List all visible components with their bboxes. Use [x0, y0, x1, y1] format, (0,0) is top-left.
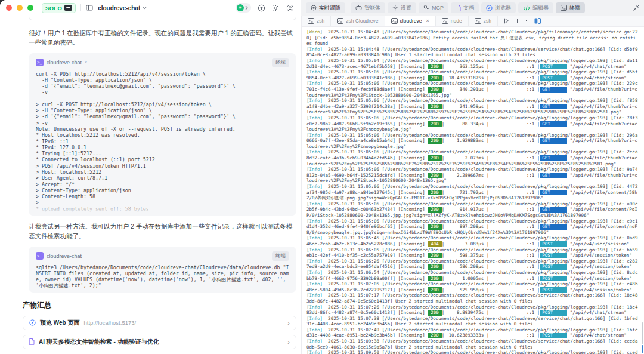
tab-label: 设置: [401, 4, 411, 12]
scrollbar-bottom-indicator[interactable]: [642, 345, 643, 353]
project-selector[interactable]: cloudreve-chat: [98, 5, 147, 11]
record-icon: [311, 5, 317, 11]
log-line: [Info] 2025-10-31 15:06:26 [/Users/byted…: [306, 258, 638, 270]
log-line: [Info] 2025-10-31 15:07:49 [/Users/byted…: [306, 327, 638, 338]
log-line: [Info] 2025-10-31 15:05:06 [/Users/byted…: [306, 115, 638, 133]
terminal-code-card[interactable]: >_ cloudreve-chat 终端 sqlite3 /Users/byte…: [29, 247, 296, 293]
log-line: [Info] 2025-10-31 15:05:06 [/Users/byted…: [306, 98, 638, 115]
split-panes-icon[interactable]: [534, 18, 541, 24]
traffic-light-close-icon[interactable]: [6, 5, 12, 11]
terminal-icon: [337, 18, 343, 24]
terminal-icon: >_: [36, 59, 44, 66]
log-line: [Info] 2025-10-31 15:05:06 [/Users/byted…: [306, 133, 638, 150]
panel-tab-3[interactable]: 设置: [388, 2, 416, 13]
chevron-down-icon[interactable]: ˅: [85, 60, 87, 64]
log-line: [Info] 2025-10-31 15:09:38 [/Users/byted…: [306, 338, 638, 350]
tab-label: MCP: [432, 5, 444, 11]
collapse-icon[interactable]: [633, 5, 639, 11]
log-line: [Info] 2025-10-31 15:06:05 [/Users/byted…: [306, 247, 638, 258]
panel-tab-7[interactable]: 编辑器: [518, 2, 553, 13]
compass-icon: [486, 5, 493, 11]
log-line: [Info] 2025-10-31 15:05:06 [/Users/byted…: [306, 69, 638, 81]
terminal-tab-label: zsh: [484, 18, 491, 24]
account-pill[interactable]: ✳: [236, 3, 251, 13]
solo-label: SOLO: [45, 5, 62, 11]
solo-badge[interactable]: SOLO: [42, 3, 76, 13]
traffic-light-minimize-icon[interactable]: [17, 5, 23, 11]
log-stream: [Warn] 2025-10-31 15:04:48 [/Users/byted…: [306, 29, 638, 354]
layout-panel-icon[interactable]: [86, 4, 93, 11]
share-up-icon[interactable]: [258, 4, 265, 12]
terminal-tab-2[interactable]: zsh Cloudreve: [331, 16, 385, 26]
chat-panel: 很好！用户 1 在数据库中有正确的文件记录。现在的问题是我需要用户 1 的正确密…: [0, 16, 301, 354]
terminal-icon: [308, 18, 314, 24]
close-icon[interactable]: ×: [426, 18, 429, 24]
log-line: [Warn] 2025-10-31 15:04:48 [/Users/byted…: [306, 29, 638, 47]
artifacts-heading: 产物汇总: [23, 300, 296, 310]
log-line: [Info] 2025-10-31 15:05:06 [/Users/byted…: [306, 184, 638, 201]
new-terminal-icon[interactable]: [515, 19, 520, 24]
doc-icon: [456, 5, 461, 11]
code-card-header: >_ cloudreve-chat ˅ 终端: [36, 58, 289, 67]
terminal-tab-4[interactable]: node: [436, 16, 469, 26]
app-window: SOLO cloudreve-chat ✳: [0, 0, 644, 354]
artifact-list: 预览 Web 页面http://localhost:5173/›AI 聊天多模态…: [23, 316, 296, 349]
topbar-actions: ✳: [236, 3, 301, 13]
terminal-tab-label: node: [451, 18, 462, 24]
terminal-tab-5[interactable]: zsh: [469, 16, 498, 26]
terminal-code-card[interactable]: >_ cloudreve-chat ˅ 终端 curl -X POST http…: [29, 53, 296, 216]
panel-tab-2[interactable]: 智能体: [351, 2, 385, 13]
artifact-title: AI 聊天多模态文件智能检索 - 功能验证与优化: [39, 338, 159, 346]
log-line: [Info] 2025-10-31 15:04:48 [/Users/byted…: [306, 47, 638, 58]
chevron-down-icon[interactable]: [525, 20, 529, 22]
log-line: [Info] 2025-10-31 15:06:54 [/Users/byted…: [306, 270, 638, 281]
terminal-tab-label: cloudreve: [400, 18, 422, 24]
command-output: > curl -X POST http://localhost:5212/api…: [36, 101, 289, 212]
panel-tab-4[interactable]: MCP: [419, 2, 448, 13]
panel-tab-6[interactable]: 浏览器: [481, 2, 516, 13]
log-line: [Info] 2025-10-31 15:05:06 [/Users/byted…: [306, 167, 638, 184]
project-name: cloudreve-chat: [98, 5, 140, 11]
artifact-row-2[interactable]: AI 聊天多模态文件智能检索 - 功能验证与优化›: [23, 335, 296, 349]
key-icon: [423, 5, 429, 11]
artifact-row-1[interactable]: 预览 Web 页面http://localhost:5173/›: [23, 316, 296, 330]
play-icon[interactable]: [504, 18, 509, 24]
user-circle-icon[interactable]: [286, 4, 294, 12]
terminal-icon: [391, 18, 398, 24]
terminal-output[interactable]: [Warn] 2025-10-31 15:04:48 [/Users/byted…: [302, 27, 644, 354]
log-line: [Info] 2025-10-31 15:05:04 [/Users/byted…: [306, 58, 638, 69]
tab-label: 文档: [463, 4, 474, 12]
artifact-title: 预览 Web 页面: [40, 319, 79, 327]
terminal-tab-1[interactable]: zsh: [302, 16, 331, 26]
terminal-tab-3[interactable]: cloudreve×: [385, 16, 436, 26]
gear-icon[interactable]: [272, 4, 280, 12]
traffic-light-zoom-icon[interactable]: [27, 5, 33, 11]
panel-tab-bar: 实时跟随智能体设置MCP文档浏览器编辑器终端: [301, 0, 644, 16]
terminal-tab-label: zsh: [317, 18, 324, 24]
terminal-chip: 终端: [272, 251, 289, 261]
tab-label: 终端: [569, 4, 580, 12]
log-line: [Info] 2025-10-31 15:05:06 [/Users/byted…: [306, 81, 638, 98]
topbar: SOLO cloudreve-chat ✳: [0, 0, 644, 16]
compass-icon: [29, 319, 36, 326]
terminal-chip: 终端: [272, 58, 289, 67]
chevron-right-icon: ›: [287, 319, 290, 327]
chevron-right-icon: [245, 5, 248, 10]
terminal-icon: >_: [36, 252, 44, 260]
chevron-down-icon: [143, 7, 147, 10]
log-line: [Info] 2025-10-31 15:05:06 [/Users/byted…: [306, 201, 638, 218]
code-card-title: cloudreve-chat: [47, 60, 82, 66]
divider: [348, 4, 348, 11]
command-text: sqlite3 /Users/bytedance/Documents/code/…: [36, 264, 289, 289]
panel-tab-1[interactable]: 实时跟随: [306, 2, 345, 13]
panel-tab-8[interactable]: 终端: [556, 2, 585, 13]
terminal-panel: zshzsh Cloudrevecloudreve×nodezsh [Warn]…: [301, 16, 644, 354]
log-line: [Info] 2025-10-31 15:05:06 [/Users/byted…: [306, 149, 638, 167]
scrollbar-thumb[interactable]: [642, 322, 643, 344]
panel-tab-5[interactable]: 文档: [451, 2, 479, 13]
assistant-message: 很好！用户 1 在数据库中有正确的文件记录。现在的问题是我需要用户 1 的正确密…: [29, 28, 296, 48]
chevron-right-icon: ›: [287, 338, 290, 346]
terminal-icon: [561, 5, 567, 11]
solo-screen-icon: [64, 5, 72, 11]
new-panel-tab-button[interactable]: [587, 2, 598, 13]
